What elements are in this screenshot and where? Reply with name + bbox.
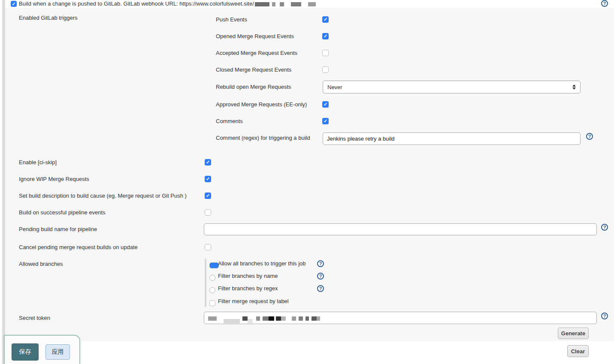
ci-skip-checkbox[interactable]: ✓ (205, 159, 211, 165)
enabled-triggers-label: Enabled GitLab triggers (19, 15, 78, 21)
pending-build-name-input[interactable] (204, 223, 597, 235)
opened-mr-events-checkbox[interactable]: ✓ (322, 33, 329, 39)
approved-mr-label: Approved Merge Requests (EE-only) (216, 101, 307, 108)
successful-pipeline-checkbox[interactable] (205, 209, 211, 216)
help-icon[interactable]: ? (601, 0, 608, 7)
filter-mr-by-label-label: Filter merge request by label (218, 298, 289, 305)
filter-mr-by-label-checkbox[interactable] (209, 300, 215, 306)
allow-all-branches-radio[interactable] (209, 262, 219, 268)
filter-branches-by-name-label: Filter branches by name (218, 273, 278, 280)
opened-mr-events-label: Opened Merge Request Events (216, 33, 294, 40)
build-trigger-checkbox[interactable]: ✓ (11, 1, 17, 7)
build-description-label: Set build description to build cause (eg… (19, 193, 187, 199)
allowed-branches-indent-rail (205, 259, 206, 307)
ignore-wip-checkbox[interactable]: ✓ (205, 176, 211, 182)
secret-token-label: Secret token (19, 315, 50, 322)
apply-button[interactable]: 应用 (45, 344, 70, 360)
ignore-wip-label: Ignore WIP Merge Requests (19, 176, 89, 183)
help-icon[interactable]: ? (601, 224, 608, 231)
allow-all-branches-label: Allow all branches to trigger this job (218, 260, 306, 267)
closed-mr-events-checkbox[interactable] (322, 66, 329, 73)
help-icon[interactable]: ? (317, 273, 324, 280)
help-icon[interactable]: ? (317, 285, 324, 292)
allowed-branches-label: Allowed branches (19, 261, 63, 268)
filter-branches-by-name-radio[interactable] (209, 275, 215, 281)
help-icon[interactable]: ? (586, 133, 593, 140)
accepted-mr-events-label: Accepted Merge Request Events (216, 50, 297, 57)
save-button[interactable]: 保存 (12, 343, 39, 361)
gitlab-trigger-config-page: ✓ Build when a change is pushed to GitLa… (0, 0, 614, 364)
secret-token-input[interactable] (204, 312, 597, 324)
filter-branches-by-regex-label: Filter branches by regex (218, 285, 278, 292)
rebuild-open-mr-label: Rebuild open Merge Requests (216, 84, 291, 90)
section-indent-rail (2, 0, 5, 364)
webhook-url-redacted (255, 1, 316, 7)
closed-mr-events-label: Closed Merge Request Events (216, 66, 291, 73)
build-description-checkbox[interactable]: ✓ (205, 193, 211, 199)
rebuild-open-mr-select[interactable]: Never (323, 81, 581, 93)
comments-label: Comments (216, 118, 243, 125)
push-events-checkbox[interactable]: ✓ (322, 16, 329, 23)
rebuild-open-mr-value: Never (327, 84, 342, 90)
approved-mr-checkbox[interactable]: ✓ (322, 101, 329, 108)
generate-button[interactable]: Generate (558, 328, 589, 339)
filter-branches-by-regex-radio[interactable] (209, 287, 215, 293)
successful-pipeline-label: Build on successful pipeline events (19, 209, 106, 216)
cancel-pending-label: Cancel pending merge request builds on u… (19, 244, 138, 251)
comment-regex-label: Comment (regex) for triggering a build (216, 135, 310, 141)
pending-build-name-label: Pending build name for pipeline (19, 226, 97, 233)
accepted-mr-events-checkbox[interactable] (322, 50, 329, 56)
clear-button[interactable]: Clear (567, 345, 589, 357)
select-spinner-icon (572, 84, 576, 90)
cancel-pending-checkbox[interactable] (205, 244, 211, 250)
comment-regex-input[interactable] (323, 132, 581, 145)
ci-skip-label: Enable [ci-skip] (19, 159, 57, 166)
secret-token-redacted (208, 315, 320, 321)
comments-checkbox[interactable]: ✓ (322, 118, 329, 124)
form-section-background (5, 8, 614, 341)
build-trigger-label: Build when a change is pushed to GitLab.… (19, 0, 254, 7)
help-icon[interactable]: ? (317, 260, 324, 267)
push-events-label: Push Events (216, 16, 247, 23)
help-icon[interactable]: ? (601, 313, 608, 319)
